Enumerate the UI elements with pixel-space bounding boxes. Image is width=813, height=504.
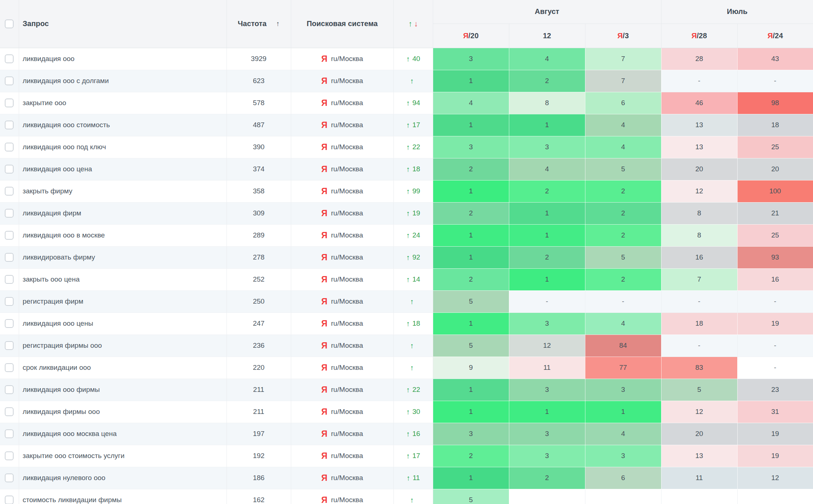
row-checkbox[interactable] [5, 341, 14, 350]
table-row: закрыть фирму 358 Я ru/Москва ↑ 99 1 2 2… [0, 180, 813, 202]
query-label[interactable]: ликвидация ооо в москве [23, 231, 105, 239]
row-checkbox[interactable] [5, 496, 14, 504]
position-cell: - [661, 290, 737, 312]
position-cell: 93 [737, 246, 813, 268]
position-cell: 20 [661, 423, 737, 445]
engine-region-label: ru/Москва [331, 430, 363, 438]
query-label[interactable]: ликвидация ооо цена [23, 165, 92, 173]
date-header-aug-20[interactable]: Я/20 [433, 24, 509, 48]
select-all-checkbox[interactable] [5, 19, 14, 28]
query-label[interactable]: стоимость ликвидации фирмы [23, 496, 122, 504]
engine-cell: Я ru/Москва [291, 48, 393, 70]
row-checkbox[interactable] [5, 209, 14, 218]
table-row: стоимость ликвидации фирмы 162 Я ru/Моск… [0, 489, 813, 504]
column-header-frequency[interactable]: Частота ↑ [227, 0, 291, 48]
table-row: закрыть ооо цена 252 Я ru/Москва ↑ 14 2 … [0, 268, 813, 290]
arrow-up-icon: ↑ [410, 342, 414, 350]
frequency-value: 250 [227, 290, 291, 312]
query-label[interactable]: ликвидация ооо цены [23, 319, 93, 327]
column-header-query[interactable]: Запрос [19, 0, 227, 48]
frequency-value: 289 [227, 224, 291, 246]
arrow-up-icon: ↑ [406, 452, 410, 460]
position-cell: 1 [509, 202, 585, 224]
query-label[interactable]: закрытие ооо стоимость услуги [23, 452, 125, 460]
yandex-icon: Я [321, 451, 328, 461]
date-header-aug-12[interactable]: 12 [509, 24, 585, 48]
query-cell: ликвидация ооо [19, 48, 227, 70]
row-checkbox[interactable] [5, 385, 14, 394]
row-checkbox[interactable] [5, 363, 14, 372]
query-label[interactable]: ликвидация ооо фирмы [23, 386, 100, 393]
change-value: 22 [412, 143, 420, 151]
yandex-icon: Я [617, 32, 623, 40]
date-header-aug-3[interactable]: Я/3 [585, 24, 661, 48]
row-checkbox[interactable] [5, 121, 14, 129]
row-checkbox-cell [0, 158, 19, 180]
arrow-down-icon: ↓ [414, 19, 418, 28]
row-checkbox[interactable] [5, 253, 14, 262]
position-cell: - [585, 290, 661, 312]
row-checkbox[interactable] [5, 275, 14, 284]
query-label[interactable]: срок ликвидации ооо [23, 364, 91, 371]
position-cell: 1 [433, 114, 509, 136]
position-cell: 6 [585, 467, 661, 489]
query-label[interactable]: ликвидация ооо с долгами [23, 77, 109, 85]
position-cell: 21 [737, 202, 813, 224]
row-checkbox[interactable] [5, 429, 14, 438]
query-label[interactable]: ликвидация ооо стоимость [23, 121, 110, 129]
row-checkbox[interactable] [5, 407, 14, 416]
query-label[interactable]: ликвидация ооо под ключ [23, 143, 106, 151]
row-checkbox[interactable] [5, 143, 14, 151]
change-value: 18 [412, 165, 420, 173]
row-checkbox[interactable] [5, 54, 14, 63]
column-header-change[interactable]: ↑ ↓ [393, 0, 433, 48]
position-cell: 77 [585, 357, 661, 379]
position-cell: 2 [509, 467, 585, 489]
row-checkbox-cell [0, 136, 19, 158]
row-checkbox[interactable] [5, 297, 14, 306]
row-checkbox[interactable] [5, 99, 14, 107]
row-checkbox[interactable] [5, 473, 14, 482]
change-cell: ↑ 19 [393, 202, 433, 224]
query-label[interactable]: ликвидация фирмы ооо [23, 408, 100, 415]
month-group-july: Июль [661, 0, 813, 24]
position-cell: 4 [585, 114, 661, 136]
engine-cell: Я ru/Москва [291, 180, 393, 202]
date-label: 12 [543, 32, 551, 40]
query-label[interactable]: ликвидировать фирму [23, 253, 95, 261]
change-cell: ↑ 17 [393, 114, 433, 136]
table-body: ликвидация ооо 3929 Я ru/Москва ↑ 40 3 4… [0, 48, 813, 504]
row-checkbox-cell [0, 246, 19, 268]
row-checkbox[interactable] [5, 187, 14, 196]
date-header-jul-28[interactable]: Я/28 [661, 24, 737, 48]
row-checkbox[interactable] [5, 231, 14, 240]
query-label[interactable]: ликвидация нулевого ооо [23, 474, 106, 482]
sort-asc-icon[interactable]: ↑ [276, 20, 280, 28]
change-cell: ↑ 22 [393, 379, 433, 401]
row-checkbox[interactable] [5, 76, 14, 85]
query-label[interactable]: ликвидация ооо москва цена [23, 430, 117, 437]
month-group-august: Август [433, 0, 661, 24]
position-cell: 2 [509, 246, 585, 268]
query-label[interactable]: ликвидация фирм [23, 209, 81, 217]
query-label[interactable]: закрыть фирму [23, 187, 72, 195]
query-label[interactable]: регистрация фирм [23, 297, 83, 305]
position-cell: 4 [585, 423, 661, 445]
query-label[interactable]: регистрация фирмы ооо [23, 342, 102, 349]
frequency-value: 309 [227, 202, 291, 224]
query-label[interactable]: закрыть ооо цена [23, 275, 80, 283]
query-label[interactable]: закрытие ооо [23, 99, 67, 107]
position-cell: 3 [509, 312, 585, 335]
row-checkbox[interactable] [5, 451, 14, 460]
query-cell: закрытие ооо стоимость услуги [19, 445, 227, 467]
date-header-jul-24[interactable]: Я/24 [737, 24, 813, 48]
change-value: 19 [412, 209, 420, 217]
row-checkbox[interactable] [5, 319, 14, 328]
arrow-up-icon: ↑ [406, 99, 410, 107]
position-cell: 3 [585, 379, 661, 401]
position-cell: 12 [661, 180, 737, 202]
query-label[interactable]: ликвидация ооо [23, 55, 75, 62]
position-cell: 16 [737, 268, 813, 290]
engine-cell: Я ru/Москва [291, 224, 393, 246]
row-checkbox[interactable] [5, 165, 14, 174]
